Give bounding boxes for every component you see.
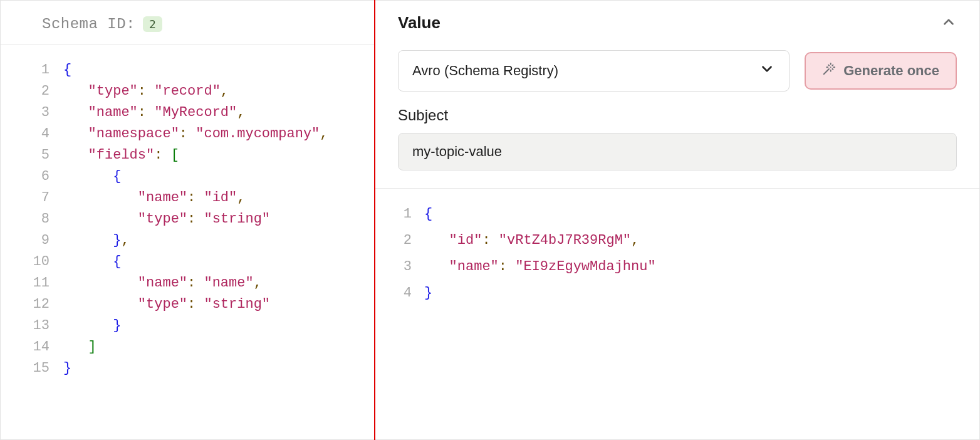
line-number: 9 xyxy=(1,230,63,251)
line-content: } xyxy=(63,315,121,337)
code-line: 2 "type": "record", xyxy=(1,81,374,102)
line-number: 1 xyxy=(1,60,63,81)
line-number: 11 xyxy=(1,273,63,294)
code-line: 1{ xyxy=(1,60,374,81)
value-code-editor[interactable]: 1{2 "id": "vRtZ4bJ7R39RgM",3 "name": "EI… xyxy=(375,189,979,306)
code-line: 11 "name": "name", xyxy=(1,273,374,294)
line-content: }, xyxy=(63,230,130,251)
schema-panel: Schema ID: 2 1{2 "type": "record",3 "nam… xyxy=(0,0,374,440)
chevron-down-icon xyxy=(759,61,775,81)
code-line: 2 "id": "vRtZ4bJ7R39RgM", xyxy=(375,228,979,254)
line-content: { xyxy=(424,201,432,228)
format-select[interactable]: Avro (Schema Registry) xyxy=(398,50,790,92)
code-line: 5 "fields": [ xyxy=(1,145,374,166)
code-line: 13 } xyxy=(1,315,374,337)
line-number: 7 xyxy=(1,187,63,209)
code-line: 15} xyxy=(1,358,374,379)
format-select-label: Avro (Schema Registry) xyxy=(412,63,558,79)
line-content: { xyxy=(63,166,121,187)
schema-id-badge: 2 xyxy=(143,16,162,32)
line-number: 4 xyxy=(375,280,424,306)
line-content: "name": "id", xyxy=(63,187,245,209)
line-content: "id": "vRtZ4bJ7R39RgM", xyxy=(424,228,639,254)
subject-input[interactable]: my-topic-value xyxy=(398,133,957,170)
line-content: "name": "name", xyxy=(63,273,262,294)
value-controls: Avro (Schema Registry) Generate once xyxy=(375,50,979,100)
line-number: 5 xyxy=(1,145,63,166)
line-number: 13 xyxy=(1,315,63,337)
line-number: 8 xyxy=(1,209,63,230)
code-line: 4} xyxy=(375,280,979,306)
line-content: "name": "MyRecord", xyxy=(63,102,245,123)
line-content: { xyxy=(63,60,71,81)
schema-id-label: Schema ID: xyxy=(42,16,135,33)
code-line: 10 { xyxy=(1,251,374,273)
code-line: 9 }, xyxy=(1,230,374,251)
code-line: 7 "name": "id", xyxy=(1,187,374,209)
value-panel: Value Avro (Schema Registry) Generate on… xyxy=(375,0,980,440)
schema-header: Schema ID: 2 xyxy=(1,1,374,45)
subject-label: Subject xyxy=(398,107,957,124)
code-line: 3 "name": "MyRecord", xyxy=(1,102,374,123)
value-header[interactable]: Value xyxy=(375,1,979,50)
app-root: Schema ID: 2 1{2 "type": "record",3 "nam… xyxy=(0,0,980,440)
code-line: 3 "name": "EI9zEgywMdajhnu" xyxy=(375,254,979,280)
line-content: "type": "string" xyxy=(63,294,270,315)
code-line: 8 "type": "string" xyxy=(1,209,374,230)
generate-once-button[interactable]: Generate once xyxy=(805,52,957,90)
line-content: "type": "string" xyxy=(63,209,270,230)
value-title: Value xyxy=(398,13,941,33)
line-number: 15 xyxy=(1,358,63,379)
line-number: 3 xyxy=(1,102,63,123)
chevron-up-icon[interactable] xyxy=(941,14,957,33)
subject-block: Subject my-topic-value xyxy=(375,100,979,170)
line-content: } xyxy=(424,280,432,306)
line-content: ] xyxy=(63,337,96,358)
code-line: 12 "type": "string" xyxy=(1,294,374,315)
line-content: "name": "EI9zEgywMdajhnu" xyxy=(424,254,656,280)
schema-code-editor[interactable]: 1{2 "type": "record",3 "name": "MyRecord… xyxy=(1,45,374,439)
line-number: 6 xyxy=(1,166,63,187)
line-content: "fields": [ xyxy=(63,145,179,166)
line-number: 2 xyxy=(1,81,63,102)
line-content: "namespace": "com.mycompany", xyxy=(63,123,328,145)
code-line: 1{ xyxy=(375,201,979,228)
code-line: 6 { xyxy=(1,166,374,187)
line-number: 4 xyxy=(1,123,63,145)
line-number: 1 xyxy=(375,201,424,228)
line-content: } xyxy=(63,358,71,379)
magic-wand-icon xyxy=(822,62,836,80)
line-number: 3 xyxy=(375,254,424,280)
line-number: 12 xyxy=(1,294,63,315)
line-number: 2 xyxy=(375,228,424,254)
code-line: 14 ] xyxy=(1,337,374,358)
line-number: 14 xyxy=(1,337,63,358)
line-content: "type": "record", xyxy=(63,81,229,102)
line-number: 10 xyxy=(1,251,63,273)
line-content: { xyxy=(63,251,121,273)
generate-button-label: Generate once xyxy=(843,63,939,79)
code-line: 4 "namespace": "com.mycompany", xyxy=(1,123,374,145)
